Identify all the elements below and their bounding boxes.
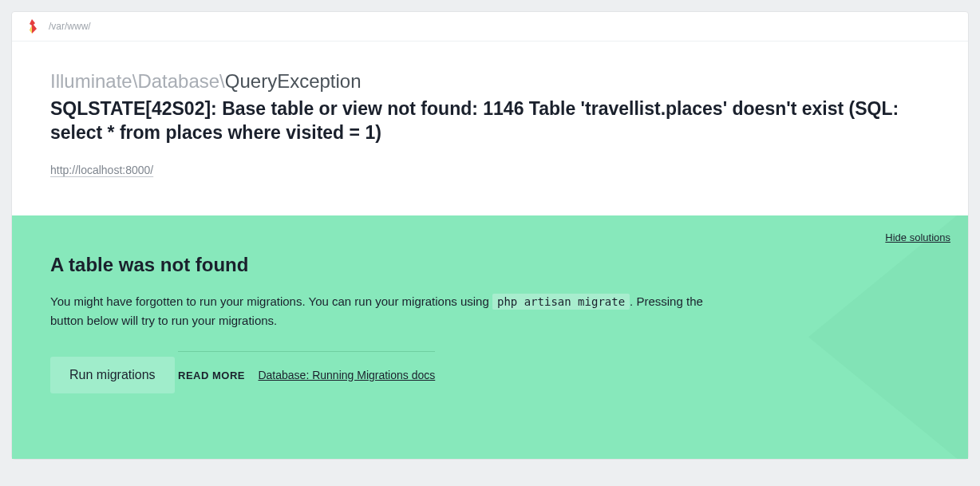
exception-namespace: Illuminate\Database\	[50, 70, 225, 92]
error-section: Illuminate\Database\QueryException SQLST…	[12, 41, 968, 215]
request-url-link[interactable]: http://localhost:8000/	[50, 164, 153, 176]
exception-title: Illuminate\Database\QueryException	[50, 70, 930, 93]
breadcrumb: /var/www/	[49, 21, 91, 32]
solution-panel: Hide solutions A table was not found You…	[12, 215, 968, 459]
solution-command: php artisan migrate	[492, 294, 630, 310]
solution-title: A table was not found	[50, 254, 930, 276]
error-message: SQLSTATE[42S02]: Base table or view not …	[50, 97, 930, 145]
readmore-label: READ MORE	[178, 369, 245, 381]
solution-description: You might have forgotten to run your mig…	[50, 292, 705, 330]
solution-text-before: You might have forgotten to run your mig…	[50, 294, 492, 308]
exception-class: QueryException	[225, 70, 362, 92]
readmore-section: READ MORE Database: Running Migrations d…	[178, 351, 435, 382]
run-migrations-button[interactable]: Run migrations	[50, 357, 175, 393]
ignition-logo-icon	[26, 19, 38, 34]
readmore-link[interactable]: Database: Running Migrations docs	[258, 369, 435, 381]
header-bar: /var/www/	[12, 12, 968, 41]
hide-solutions-link[interactable]: Hide solutions	[885, 231, 950, 243]
